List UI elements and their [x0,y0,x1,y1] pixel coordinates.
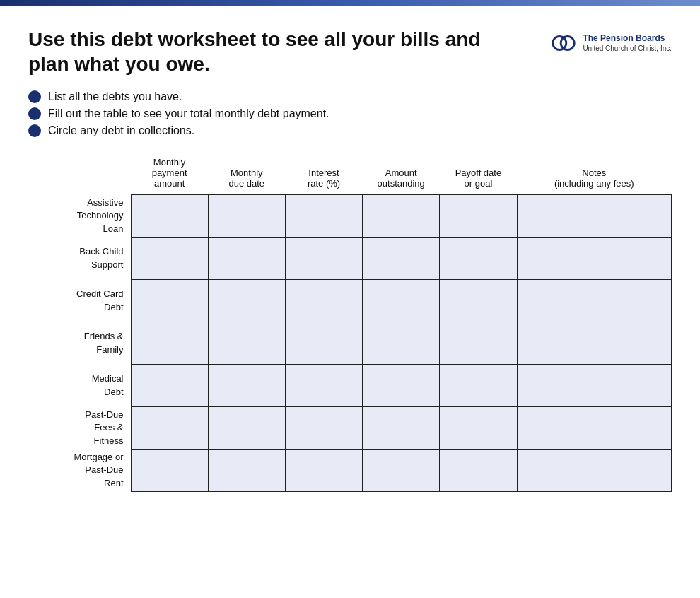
cell-friends-monthly-payment[interactable] [131,322,208,365]
cell-pastdue-outstanding[interactable] [363,407,440,450]
logo-text: The Pension Boards United Church of Chri… [583,33,672,54]
cell-friends-notes[interactable] [517,322,671,365]
org-name: The Pension Boards [583,33,672,45]
col-header-monthly-payment: Monthlypaymentamount [131,154,208,195]
debt-table-container: Monthlypaymentamount Monthlydue date Int… [28,154,672,492]
instruction-text: Fill out the table to see your total mon… [48,107,329,120]
cell-pastdue-monthly-payment[interactable] [131,407,208,450]
cell-mortgage-due-date[interactable] [208,450,285,492]
instruction-item: Fill out the table to see your total mon… [28,107,672,120]
svg-rect-2 [562,37,566,40]
cell-friends-outstanding[interactable] [363,322,440,365]
instruction-text: List all the debts you have. [48,90,182,103]
table-row: Credit CardDebt [28,280,672,322]
row-label-medical: MedicalDebt [28,365,131,407]
row-label-header [28,154,131,195]
logo-area: The Pension Boards United Church of Chri… [550,30,672,57]
table-row: AssistiveTechnologyLoan [28,195,672,238]
cell-medical-due-date[interactable] [208,365,285,407]
cell-mortgage-payoff[interactable] [440,450,517,492]
row-label-back-child: Back ChildSupport [28,238,131,280]
cell-pastdue-payoff[interactable] [440,407,517,450]
cell-assistive-notes[interactable] [517,195,671,238]
bullet-icon [28,90,41,103]
cell-assistive-monthly-payment[interactable] [131,195,208,238]
header-section: Use this debt worksheet to see all your … [28,27,672,76]
col-header-interest-rate: Interestrate (%) [285,154,362,195]
debt-table: Monthlypaymentamount Monthlydue date Int… [28,154,672,492]
cell-backchild-notes[interactable] [517,238,671,280]
cell-medical-monthly-payment[interactable] [131,365,208,407]
row-label-pastdue-fees: Past-DueFees &Fitness [28,407,131,450]
cell-creditcard-monthly-payment[interactable] [131,280,208,322]
cell-medical-payoff[interactable] [440,365,517,407]
table-row: Friends &Family [28,322,672,365]
cell-backchild-outstanding[interactable] [363,238,440,280]
cell-medical-interest[interactable] [285,365,362,407]
cell-pastdue-due-date[interactable] [208,407,285,450]
table-row: Back ChildSupport [28,238,672,280]
page-content: Use this debt worksheet to see all your … [0,6,700,506]
instruction-item: List all the debts you have. [28,90,672,103]
cell-creditcard-outstanding[interactable] [363,280,440,322]
cell-pastdue-notes[interactable] [517,407,671,450]
cell-creditcard-due-date[interactable] [208,280,285,322]
cell-backchild-monthly-payment[interactable] [131,238,208,280]
row-label-assistive: AssistiveTechnologyLoan [28,195,131,238]
cell-assistive-payoff[interactable] [440,195,517,238]
bullet-icon [28,107,41,120]
page-title: Use this debt worksheet to see all your … [28,27,509,76]
bullet-icon [28,124,41,137]
table-row: MedicalDebt [28,365,672,407]
table-header-row: Monthlypaymentamount Monthlydue date Int… [28,154,672,195]
top-bar [0,0,700,6]
cell-creditcard-payoff[interactable] [440,280,517,322]
row-label-friends-family: Friends &Family [28,322,131,365]
cell-pastdue-interest[interactable] [285,407,362,450]
cell-mortgage-notes[interactable] [517,450,671,492]
cell-creditcard-notes[interactable] [517,280,671,322]
cell-friends-due-date[interactable] [208,322,285,365]
instruction-text: Circle any debt in collections. [48,124,194,137]
cell-mortgage-monthly-payment[interactable] [131,450,208,492]
col-header-payoff-date: Payoff dateor goal [440,154,517,195]
cell-assistive-due-date[interactable] [208,195,285,238]
cell-assistive-interest[interactable] [285,195,362,238]
instructions-list: List all the debts you have. Fill out th… [28,90,672,137]
table-row: Past-DueFees &Fitness [28,407,672,450]
cell-mortgage-interest[interactable] [285,450,362,492]
row-label-credit-card: Credit CardDebt [28,280,131,322]
pension-boards-logo-icon [550,30,577,57]
instruction-item: Circle any debt in collections. [28,124,672,137]
col-header-notes: Notes(including any fees) [517,154,671,195]
cell-friends-interest[interactable] [285,322,362,365]
cell-backchild-due-date[interactable] [208,238,285,280]
cell-creditcard-interest[interactable] [285,280,362,322]
cell-medical-notes[interactable] [517,365,671,407]
cell-mortgage-outstanding[interactable] [363,450,440,492]
cell-friends-payoff[interactable] [440,322,517,365]
col-header-monthly-due: Monthlydue date [208,154,285,195]
cell-backchild-payoff[interactable] [440,238,517,280]
col-header-amount-outstanding: Amountoutstanding [363,154,440,195]
cell-backchild-interest[interactable] [285,238,362,280]
org-sub: United Church of Christ, Inc. [583,44,672,53]
cell-assistive-outstanding[interactable] [363,195,440,238]
table-row: Mortgage orPast-DueRent [28,450,672,492]
cell-medical-outstanding[interactable] [363,365,440,407]
row-label-mortgage: Mortgage orPast-DueRent [28,450,131,492]
